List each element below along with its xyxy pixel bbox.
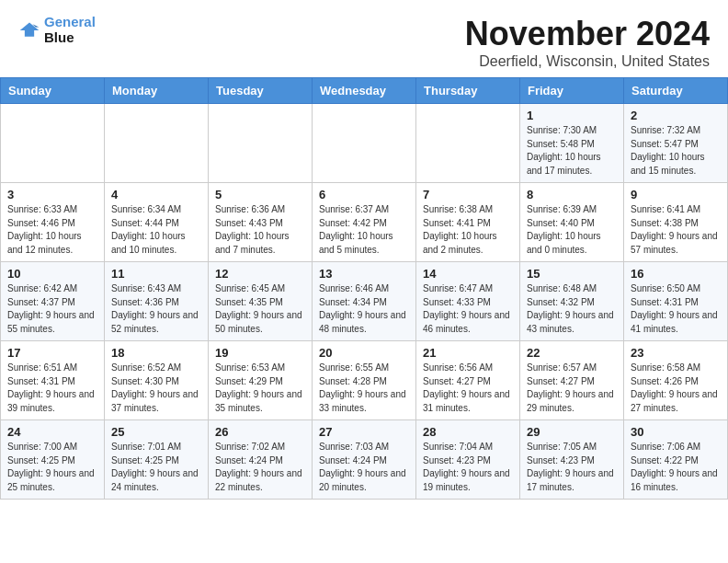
- calendar-week-row: 24Sunrise: 7:00 AM Sunset: 4:25 PM Dayli…: [1, 420, 728, 500]
- day-info: Sunrise: 7:32 AM Sunset: 5:47 PM Dayligh…: [631, 124, 721, 178]
- weekday-header: Saturday: [624, 78, 728, 104]
- calendar-day: 14Sunrise: 6:47 AM Sunset: 4:33 PM Dayli…: [416, 262, 520, 341]
- calendar-day: 13Sunrise: 6:46 AM Sunset: 4:34 PM Dayli…: [313, 262, 416, 341]
- day-info: Sunrise: 6:39 AM Sunset: 4:40 PM Dayligh…: [527, 203, 617, 257]
- location: Deerfield, Wisconsin, United States: [465, 53, 710, 70]
- day-info: Sunrise: 6:47 AM Sunset: 4:33 PM Dayligh…: [423, 282, 513, 336]
- calendar-day: 23Sunrise: 6:58 AM Sunset: 4:26 PM Dayli…: [624, 341, 728, 420]
- day-info: Sunrise: 6:33 AM Sunset: 4:46 PM Dayligh…: [7, 203, 97, 257]
- calendar-day: 9Sunrise: 6:41 AM Sunset: 4:38 PM Daylig…: [624, 183, 728, 262]
- day-info: Sunrise: 7:06 AM Sunset: 4:22 PM Dayligh…: [631, 441, 721, 494]
- calendar-day: 29Sunrise: 7:05 AM Sunset: 4:23 PM Dayli…: [520, 420, 624, 500]
- day-number: 12: [215, 267, 305, 281]
- calendar-empty: [209, 104, 313, 183]
- weekday-header: Thursday: [416, 78, 520, 104]
- page-header: General Blue November 2024 Deerfield, Wi…: [0, 0, 728, 77]
- calendar-week-row: 1Sunrise: 7:30 AM Sunset: 5:48 PM Daylig…: [1, 104, 728, 183]
- day-number: 1: [527, 109, 617, 122]
- day-number: 17: [7, 346, 97, 360]
- day-info: Sunrise: 6:52 AM Sunset: 4:30 PM Dayligh…: [111, 362, 201, 415]
- day-info: Sunrise: 7:30 AM Sunset: 5:48 PM Dayligh…: [527, 124, 617, 178]
- day-info: Sunrise: 6:51 AM Sunset: 4:31 PM Dayligh…: [7, 362, 97, 415]
- day-number: 28: [423, 425, 513, 439]
- day-info: Sunrise: 7:03 AM Sunset: 4:24 PM Dayligh…: [319, 441, 409, 494]
- day-number: 3: [7, 188, 97, 201]
- day-info: Sunrise: 6:43 AM Sunset: 4:36 PM Dayligh…: [111, 282, 201, 336]
- calendar-day: 4Sunrise: 6:34 AM Sunset: 4:44 PM Daylig…: [105, 183, 209, 262]
- day-number: 20: [319, 346, 409, 360]
- calendar-day: 24Sunrise: 7:00 AM Sunset: 4:25 PM Dayli…: [1, 420, 105, 500]
- calendar-day: 21Sunrise: 6:56 AM Sunset: 4:27 PM Dayli…: [416, 341, 520, 420]
- calendar-day: 11Sunrise: 6:43 AM Sunset: 4:36 PM Dayli…: [105, 262, 209, 341]
- calendar-table: SundayMondayTuesdayWednesdayThursdayFrid…: [0, 77, 728, 500]
- weekday-header: Wednesday: [313, 78, 416, 104]
- day-info: Sunrise: 6:58 AM Sunset: 4:26 PM Dayligh…: [631, 362, 721, 415]
- day-number: 21: [423, 346, 513, 360]
- day-info: Sunrise: 7:01 AM Sunset: 4:25 PM Dayligh…: [111, 441, 201, 494]
- day-info: Sunrise: 6:53 AM Sunset: 4:29 PM Dayligh…: [215, 362, 305, 415]
- svg-marker-0: [20, 22, 40, 36]
- day-number: 15: [527, 267, 617, 281]
- day-info: Sunrise: 7:02 AM Sunset: 4:24 PM Dayligh…: [215, 441, 305, 494]
- calendar-day: 16Sunrise: 6:50 AM Sunset: 4:31 PM Dayli…: [624, 262, 728, 341]
- calendar-day: 28Sunrise: 7:04 AM Sunset: 4:23 PM Dayli…: [416, 420, 520, 500]
- calendar-day: 10Sunrise: 6:42 AM Sunset: 4:37 PM Dayli…: [1, 262, 105, 341]
- calendar-week-row: 17Sunrise: 6:51 AM Sunset: 4:31 PM Dayli…: [1, 341, 728, 420]
- calendar-week-row: 10Sunrise: 6:42 AM Sunset: 4:37 PM Dayli…: [1, 262, 728, 341]
- day-number: 11: [111, 267, 201, 281]
- day-info: Sunrise: 6:57 AM Sunset: 4:27 PM Dayligh…: [527, 362, 617, 415]
- weekday-header: Sunday: [1, 78, 105, 104]
- calendar-day: 25Sunrise: 7:01 AM Sunset: 4:25 PM Dayli…: [105, 420, 209, 500]
- calendar-day: 22Sunrise: 6:57 AM Sunset: 4:27 PM Dayli…: [520, 341, 624, 420]
- calendar-day: 2Sunrise: 7:32 AM Sunset: 5:47 PM Daylig…: [624, 104, 728, 183]
- day-info: Sunrise: 6:55 AM Sunset: 4:28 PM Dayligh…: [319, 362, 409, 415]
- day-info: Sunrise: 6:48 AM Sunset: 4:32 PM Dayligh…: [527, 282, 617, 336]
- day-number: 26: [215, 425, 305, 439]
- calendar-day: 15Sunrise: 6:48 AM Sunset: 4:32 PM Dayli…: [520, 262, 624, 341]
- calendar-day: 17Sunrise: 6:51 AM Sunset: 4:31 PM Dayli…: [1, 341, 105, 420]
- logo-text: General Blue: [44, 15, 96, 45]
- calendar-header-row: SundayMondayTuesdayWednesdayThursdayFrid…: [1, 78, 728, 104]
- day-number: 18: [111, 346, 201, 360]
- day-info: Sunrise: 7:04 AM Sunset: 4:23 PM Dayligh…: [423, 441, 513, 494]
- calendar-day: 26Sunrise: 7:02 AM Sunset: 4:24 PM Dayli…: [209, 420, 313, 500]
- day-info: Sunrise: 6:37 AM Sunset: 4:42 PM Dayligh…: [319, 203, 409, 257]
- calendar-empty: [313, 104, 416, 183]
- calendar-day: 12Sunrise: 6:45 AM Sunset: 4:35 PM Dayli…: [209, 262, 313, 341]
- day-number: 4: [111, 188, 201, 201]
- day-number: 22: [527, 346, 617, 360]
- day-info: Sunrise: 6:50 AM Sunset: 4:31 PM Dayligh…: [631, 282, 721, 336]
- day-number: 29: [527, 425, 617, 439]
- calendar-empty: [105, 104, 209, 183]
- month-title: November 2024: [465, 15, 710, 53]
- day-info: Sunrise: 6:45 AM Sunset: 4:35 PM Dayligh…: [215, 282, 305, 336]
- day-info: Sunrise: 7:00 AM Sunset: 4:25 PM Dayligh…: [7, 441, 97, 494]
- day-info: Sunrise: 6:38 AM Sunset: 4:41 PM Dayligh…: [423, 203, 513, 257]
- day-info: Sunrise: 6:56 AM Sunset: 4:27 PM Dayligh…: [423, 362, 513, 415]
- calendar-day: 27Sunrise: 7:03 AM Sunset: 4:24 PM Dayli…: [313, 420, 416, 500]
- day-info: Sunrise: 6:42 AM Sunset: 4:37 PM Dayligh…: [7, 282, 97, 336]
- calendar-day: 30Sunrise: 7:06 AM Sunset: 4:22 PM Dayli…: [624, 420, 728, 500]
- calendar-day: 3Sunrise: 6:33 AM Sunset: 4:46 PM Daylig…: [1, 183, 105, 262]
- calendar-week-row: 3Sunrise: 6:33 AM Sunset: 4:46 PM Daylig…: [1, 183, 728, 262]
- calendar-empty: [416, 104, 520, 183]
- day-number: 27: [319, 425, 409, 439]
- title-block: November 2024 Deerfield, Wisconsin, Unit…: [465, 15, 710, 70]
- day-info: Sunrise: 6:41 AM Sunset: 4:38 PM Dayligh…: [631, 203, 721, 257]
- day-number: 5: [215, 188, 305, 201]
- day-info: Sunrise: 7:05 AM Sunset: 4:23 PM Dayligh…: [527, 441, 617, 494]
- day-number: 14: [423, 267, 513, 281]
- calendar-empty: [1, 104, 105, 183]
- day-number: 24: [7, 425, 97, 439]
- day-number: 30: [631, 425, 721, 439]
- day-number: 7: [423, 188, 513, 201]
- logo: General Blue: [18, 15, 96, 45]
- weekday-header: Tuesday: [209, 78, 313, 104]
- day-number: 13: [319, 267, 409, 281]
- day-number: 23: [631, 346, 721, 360]
- day-info: Sunrise: 6:36 AM Sunset: 4:43 PM Dayligh…: [215, 203, 305, 257]
- day-number: 10: [7, 267, 97, 281]
- day-info: Sunrise: 6:34 AM Sunset: 4:44 PM Dayligh…: [111, 203, 201, 257]
- calendar-day: 7Sunrise: 6:38 AM Sunset: 4:41 PM Daylig…: [416, 183, 520, 262]
- day-number: 19: [215, 346, 305, 360]
